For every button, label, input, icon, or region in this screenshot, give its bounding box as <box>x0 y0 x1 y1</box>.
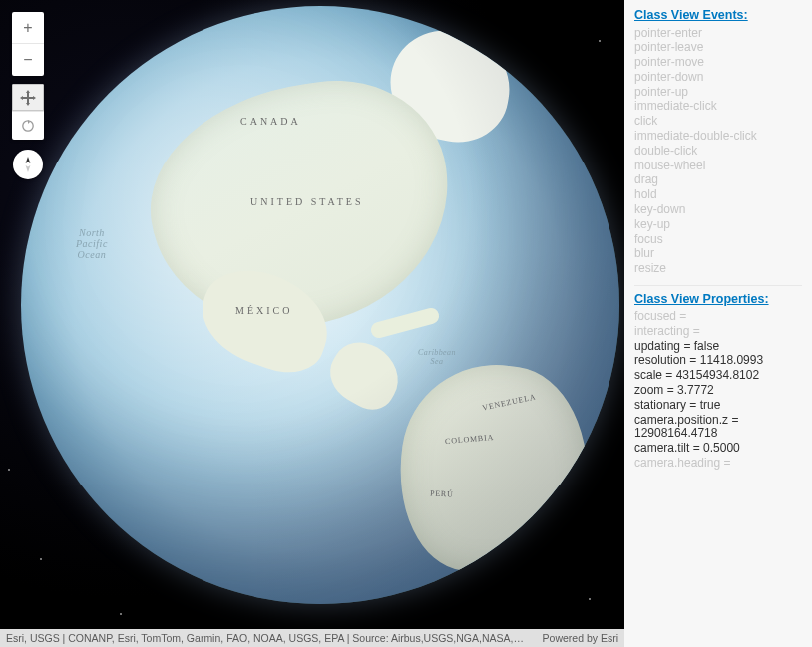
label-np-1: North <box>76 227 108 238</box>
event-item: resize <box>634 262 802 277</box>
plus-icon: + <box>23 19 32 37</box>
label-car-2: Sea <box>418 357 456 366</box>
event-item: blur <box>634 247 802 262</box>
rotate-icon <box>20 118 36 134</box>
events-title-link[interactable]: Class View Events: <box>634 8 802 22</box>
event-item: drag <box>634 173 802 188</box>
event-item: key-up <box>634 217 802 232</box>
label-car-1: Caribbean <box>418 348 456 357</box>
navigation-toggle <box>12 84 44 140</box>
label-np-2: Pacific <box>76 238 108 249</box>
app-root: Canada United States México Venezuela Co… <box>0 0 812 647</box>
compass-button[interactable] <box>13 150 43 179</box>
compass-icon <box>19 156 37 173</box>
attribution-bar: Esri, USGS | CONANP, Esri, TomTom, Garmi… <box>0 629 624 647</box>
attribution-powered-by[interactable]: Powered by Esri <box>543 629 618 647</box>
label-caribbean: Caribbean Sea <box>418 348 456 366</box>
event-item: immediate-double-click <box>634 130 802 145</box>
property-item: interacting = <box>634 324 802 339</box>
globe[interactable]: Canada United States México Venezuela Co… <box>21 6 619 604</box>
property-item: zoom = 3.7772 <box>634 384 802 399</box>
event-item: pointer-down <box>634 70 802 85</box>
event-item: immediate-click <box>634 100 802 115</box>
event-item: double-click <box>634 144 802 159</box>
event-item: hold <box>634 188 802 203</box>
event-item: key-down <box>634 203 802 218</box>
property-item: camera.heading = <box>634 457 802 472</box>
properties-title-link[interactable]: Class View Properties: <box>634 292 802 306</box>
label-north-pacific: North Pacific Ocean <box>76 227 108 260</box>
pan-button[interactable] <box>12 84 44 112</box>
property-item: updating = false <box>634 339 802 354</box>
event-item: pointer-leave <box>634 41 802 56</box>
landmass-caribbean <box>369 306 441 340</box>
event-item: focus <box>634 232 802 247</box>
event-item: click <box>634 115 802 130</box>
side-panel: Class View Events: pointer-enterpointer-… <box>624 0 812 647</box>
label-np-3: Ocean <box>76 249 108 260</box>
event-item: pointer-move <box>634 56 802 71</box>
properties-list: focused =interacting =updating = falsere… <box>634 310 802 472</box>
pan-icon <box>20 90 36 106</box>
zoom-in-button[interactable]: + <box>12 12 44 44</box>
property-item: camera.tilt = 0.5000 <box>634 442 802 457</box>
property-item: resolution = 11418.0993 <box>634 354 802 369</box>
scene-view[interactable]: Canada United States México Venezuela Co… <box>0 0 624 647</box>
attribution-sources: Esri, USGS | CONANP, Esri, TomTom, Garmi… <box>6 629 525 647</box>
minus-icon: − <box>23 51 32 69</box>
event-item: mouse-wheel <box>634 159 802 173</box>
zoom-out-button[interactable]: − <box>12 44 44 76</box>
panel-separator <box>634 285 802 286</box>
property-item: camera.position.z = 12908164.4718 <box>634 413 802 442</box>
event-item: pointer-enter <box>634 26 802 41</box>
rotate-button[interactable] <box>12 112 44 140</box>
event-item: pointer-up <box>634 85 802 100</box>
property-item: scale = 43154934.8102 <box>634 369 802 384</box>
property-item: focused = <box>634 310 802 325</box>
landmass-central-america <box>320 332 411 419</box>
property-item: stationary = true <box>634 398 802 413</box>
events-list: pointer-enterpointer-leavepointer-movepo… <box>634 26 802 277</box>
zoom-control: + − <box>12 12 44 76</box>
